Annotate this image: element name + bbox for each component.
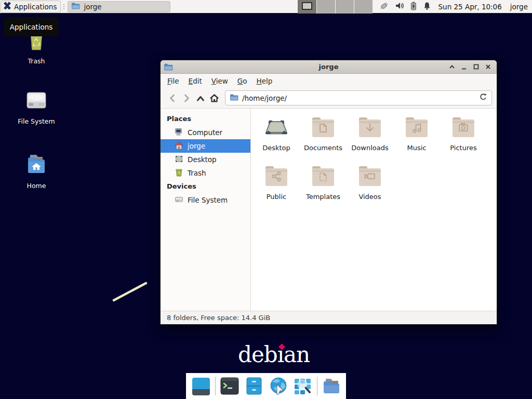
sidebar-places-header: Places bbox=[161, 112, 250, 126]
desktop-icon-home[interactable]: Home bbox=[11, 151, 61, 190]
status-text: 8 folders, Free space: 14.4 GiB bbox=[167, 314, 270, 322]
taskbar-window-button[interactable]: jorge bbox=[68, 1, 170, 12]
location-bar[interactable]: /home/jorge/ bbox=[225, 90, 492, 105]
debian-logo: debian bbox=[238, 342, 310, 367]
file-manager-window: jorge File Edit View Go Help bbox=[160, 60, 497, 325]
menu-help[interactable]: Help bbox=[252, 75, 277, 87]
folder-label: Videos bbox=[358, 193, 381, 201]
desktop-icon-file-system[interactable]: File System bbox=[11, 86, 61, 125]
dock-panel bbox=[186, 373, 346, 399]
sidebar-item-label: Desktop bbox=[188, 155, 217, 164]
sidebar-item-jorge[interactable]: jorge bbox=[161, 139, 250, 153]
panel-user-label[interactable]: jorge bbox=[510, 3, 528, 11]
panel-drag-handle[interactable] bbox=[62, 2, 66, 12]
window-title: jorge bbox=[161, 63, 497, 71]
desktop-icon-label: Home bbox=[27, 182, 46, 190]
window-folder-icon bbox=[164, 63, 173, 71]
trash-mini-icon bbox=[175, 168, 183, 178]
home-button[interactable] bbox=[207, 91, 221, 105]
desktop-icon-label: File System bbox=[18, 117, 55, 125]
close-button[interactable] bbox=[484, 63, 491, 71]
desktop-mini-icon bbox=[175, 155, 183, 165]
applications-menu-button[interactable]: Applications bbox=[1, 1, 61, 13]
menu-go[interactable]: Go bbox=[233, 75, 252, 87]
maximize-button[interactable] bbox=[472, 63, 480, 71]
reload-icon[interactable] bbox=[479, 93, 487, 103]
sidebar-item-label: Trash bbox=[188, 169, 206, 177]
folder-item-pictures[interactable]: Pictures bbox=[440, 115, 487, 161]
back-button[interactable] bbox=[165, 91, 179, 105]
folder-item-music[interactable]: Music bbox=[393, 115, 440, 161]
debian-logo-text: debian bbox=[238, 342, 310, 367]
workspace-1[interactable] bbox=[298, 0, 316, 14]
system-tray bbox=[379, 2, 431, 12]
public-folder-icon bbox=[264, 164, 289, 191]
workspace-3[interactable] bbox=[335, 0, 354, 14]
dock-separator bbox=[215, 377, 216, 395]
menubar: File Edit View Go Help bbox=[161, 74, 497, 88]
folder-label: Music bbox=[407, 144, 427, 152]
templates-folder-icon bbox=[311, 164, 336, 191]
workspace-4[interactable] bbox=[354, 0, 373, 14]
sidebar-devices-header: Devices bbox=[161, 180, 250, 193]
drive-mini-icon bbox=[175, 195, 183, 205]
hard-drive-icon bbox=[23, 86, 50, 115]
up-button[interactable] bbox=[193, 91, 207, 105]
path-text[interactable]: /home/jorge/ bbox=[242, 94, 475, 102]
notifications-bell-icon[interactable] bbox=[423, 2, 431, 12]
statusbar: 8 folders, Free space: 14.4 GiB bbox=[161, 311, 497, 324]
forward-button[interactable] bbox=[179, 91, 193, 105]
folder-item-videos[interactable]: Videos bbox=[347, 164, 393, 209]
file-manager-launcher[interactable] bbox=[244, 376, 264, 396]
documents-folder-icon bbox=[311, 115, 336, 142]
folder-item-documents[interactable]: Documents bbox=[300, 115, 347, 161]
folder-icon bbox=[71, 2, 80, 11]
directory-menu-button[interactable] bbox=[321, 376, 342, 396]
web-browser-launcher[interactable] bbox=[268, 376, 289, 396]
shade-button[interactable] bbox=[448, 63, 456, 71]
home-icon bbox=[175, 141, 183, 151]
wallpaper-swoosh-line bbox=[109, 278, 153, 305]
path-folder-icon bbox=[230, 94, 238, 102]
sidebar-item-computer[interactable]: Computer bbox=[161, 126, 250, 139]
folder-label: Pictures bbox=[450, 144, 476, 152]
show-desktop-button[interactable] bbox=[191, 376, 211, 396]
computer-icon bbox=[175, 128, 183, 138]
workspace-switcher bbox=[298, 0, 373, 14]
folder-item-desktop[interactable]: Desktop bbox=[253, 115, 300, 161]
minimize-button[interactable] bbox=[460, 63, 468, 71]
applications-menu-label: Applications bbox=[14, 3, 57, 11]
window-titlebar[interactable]: jorge bbox=[161, 60, 497, 74]
sidebar-item-file-system[interactable]: File System bbox=[161, 193, 250, 207]
app-finder-launcher[interactable] bbox=[292, 376, 313, 396]
sidebar-item-label: Computer bbox=[188, 128, 222, 137]
taskbar-window-label: jorge bbox=[84, 3, 101, 11]
folder-item-downloads[interactable]: Downloads bbox=[347, 115, 393, 161]
xfce-applications-icon bbox=[3, 2, 11, 11]
power-adapter-icon[interactable] bbox=[379, 2, 389, 12]
battery-charging-icon[interactable] bbox=[410, 2, 417, 12]
folder-item-public[interactable]: Public bbox=[253, 164, 300, 209]
window-body: Places Computer bbox=[161, 109, 497, 311]
videos-folder-icon bbox=[357, 164, 382, 191]
sidebar: Places Computer bbox=[161, 109, 251, 311]
folder-label: Templates bbox=[306, 193, 340, 201]
downloads-folder-icon bbox=[357, 115, 382, 142]
folder-item-templates[interactable]: Templates bbox=[300, 164, 347, 209]
menu-view[interactable]: View bbox=[207, 75, 233, 87]
menu-file[interactable]: File bbox=[163, 75, 184, 87]
menu-edit[interactable]: Edit bbox=[184, 75, 207, 87]
desktop-icon bbox=[264, 115, 289, 142]
top-panel: Applications jorge bbox=[0, 0, 532, 14]
panel-clock[interactable]: Sun 25 Apr, 10:06 bbox=[438, 3, 502, 11]
folder-label: Downloads bbox=[351, 144, 388, 152]
workspace-2[interactable] bbox=[316, 0, 335, 14]
sidebar-item-desktop[interactable]: Desktop bbox=[161, 153, 250, 166]
sidebar-item-trash[interactable]: Trash bbox=[161, 166, 250, 180]
file-grid: Desktop Documents bbox=[251, 109, 497, 311]
volume-icon[interactable] bbox=[395, 2, 404, 11]
desktop: Applications jorge bbox=[0, 0, 532, 399]
terminal-launcher[interactable] bbox=[219, 376, 240, 396]
folder-label: Public bbox=[267, 193, 286, 201]
workspace-window-thumbnail bbox=[302, 2, 312, 10]
